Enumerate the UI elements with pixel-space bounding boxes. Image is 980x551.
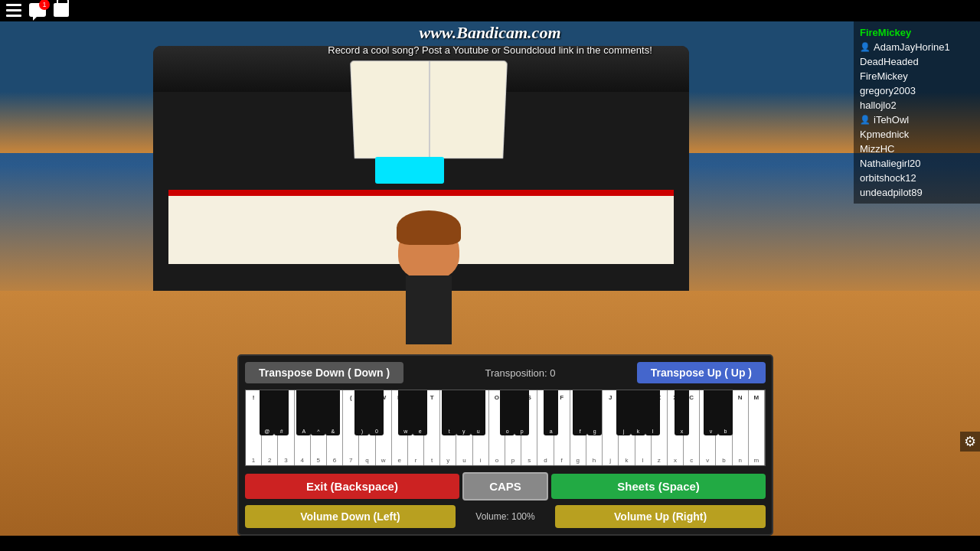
piano-red-stripe <box>168 190 674 196</box>
white-key[interactable]: Ww <box>376 390 392 465</box>
player-list: FireMickey 👤 AdamJayHorine1 DeadHeaded F… <box>854 21 980 204</box>
white-key[interactable]: Pp <box>505 390 521 465</box>
key-top-label: D <box>544 394 548 401</box>
key-bottom-label: x <box>674 457 677 464</box>
key-bottom-label: 5 <box>317 457 320 464</box>
white-key[interactable]: Bb <box>716 390 732 465</box>
white-key[interactable]: Oo <box>489 390 505 465</box>
key-bottom-label: p <box>511 457 514 464</box>
player-entry: 👤 iTehOwl <box>854 112 980 127</box>
white-key[interactable]: *6 <box>327 390 343 465</box>
volume-up-button[interactable]: Volume Up (Right) <box>555 505 766 528</box>
sheets-button[interactable]: Sheets (Space) <box>551 474 766 499</box>
white-key[interactable]: (7 <box>343 390 359 465</box>
piano-keys-display: !1@2$3%4^5*6(7QqWwEeRrTtYyUuIiOoPpSsDdFf… <box>245 390 766 466</box>
key-bottom-label: m <box>754 457 760 464</box>
key-top-label: V <box>706 394 710 401</box>
key-top-label: K <box>625 394 629 401</box>
key-bottom-label: y <box>446 457 449 464</box>
white-key[interactable]: Gg <box>570 390 586 465</box>
key-top-label: % <box>299 394 305 401</box>
key-bottom-label: o <box>495 457 498 464</box>
white-key[interactable]: Uu <box>456 390 472 465</box>
key-top-label: Y <box>446 394 450 401</box>
white-key[interactable]: Ii <box>473 390 489 465</box>
transpose-down-button[interactable]: Transpose Down ( Down ) <box>245 362 403 383</box>
volume-down-button[interactable]: Volume Down (Left) <box>245 505 456 528</box>
key-top-label: E <box>397 394 401 401</box>
player-entry: gregory2003 <box>854 83 980 98</box>
white-key[interactable]: Ll <box>635 390 652 465</box>
white-key[interactable]: Yy <box>440 390 456 465</box>
key-bottom-label: e <box>398 457 401 464</box>
player-name: Nathaliegirl20 <box>860 158 921 169</box>
key-top-label: G <box>576 394 580 401</box>
key-bottom-label: g <box>577 457 580 464</box>
key-top-label: H <box>592 394 596 401</box>
key-bottom-label: n <box>738 457 741 464</box>
key-top-label: C <box>689 394 694 401</box>
white-keys-container: !1@2$3%4^5*6(7QqWwEeRrTtYyUuIiOoPpSsDdFf… <box>246 390 765 465</box>
key-top-label: X <box>673 394 677 401</box>
white-key[interactable]: Dd <box>537 390 554 465</box>
transpose-up-button[interactable]: Transpose Up ( Up ) <box>637 362 766 383</box>
settings-icon[interactable]: ⚙ <box>960 432 980 452</box>
key-top-label: ^ <box>317 394 321 401</box>
player-badge-icon: 👤 <box>860 42 871 52</box>
white-key[interactable]: Ee <box>392 390 408 465</box>
white-key[interactable]: Rr <box>408 390 424 465</box>
bottom-buttons: Exit (Backspace) CAPS Sheets (Space) <box>245 472 766 500</box>
transposition-label: Transposition: 0 <box>485 367 555 379</box>
key-top-label: ! <box>253 394 255 401</box>
key-bottom-label: b <box>722 457 725 464</box>
white-key[interactable]: Vv <box>700 390 716 465</box>
key-top-label: W <box>381 394 387 401</box>
white-key[interactable]: Qq <box>359 390 375 465</box>
white-key[interactable]: Nn <box>733 390 749 465</box>
white-key[interactable]: @2 <box>262 390 278 465</box>
white-key[interactable]: !1 <box>246 390 262 465</box>
key-bottom-label: s <box>528 457 531 464</box>
player-entry: orbitshock12 <box>854 171 980 185</box>
bag-icon[interactable] <box>54 3 69 17</box>
key-bottom-label: u <box>462 457 466 464</box>
key-top-label: * <box>333 394 335 401</box>
bandicam-watermark: www.Bandicam.com <box>420 23 561 43</box>
player-badge-icon: 👤 <box>860 115 871 125</box>
player-name: DeadHeaded <box>860 56 919 67</box>
white-key[interactable]: $3 <box>278 390 294 465</box>
key-top-label: I <box>480 394 482 401</box>
player-self: FireMickey <box>854 25 980 40</box>
cyan-indicator <box>375 157 444 184</box>
white-key[interactable]: Ff <box>554 390 570 465</box>
player-entry: DeadHeaded <box>854 54 980 69</box>
white-key[interactable]: Jj <box>603 390 619 465</box>
chat-badge: 1 <box>39 0 50 10</box>
key-bottom-label: l <box>642 457 644 464</box>
player-name: FireMickey <box>860 70 908 82</box>
key-bottom-label: w <box>381 457 386 464</box>
white-key[interactable]: Ss <box>521 390 537 465</box>
bandicam-sub: Record a cool song? Post a Youtube or So… <box>328 44 652 56</box>
character <box>383 222 475 344</box>
player-name: Kpmednick <box>860 129 909 140</box>
character-body <box>406 276 452 344</box>
menu-icon[interactable] <box>6 4 21 17</box>
white-key[interactable]: Cc <box>684 390 700 465</box>
white-key[interactable]: ^5 <box>311 390 327 465</box>
white-key[interactable]: Xx <box>668 390 684 465</box>
white-key[interactable]: Mm <box>749 390 765 465</box>
white-key[interactable]: Hh <box>586 390 603 465</box>
white-key[interactable]: Zz <box>652 390 668 465</box>
key-bottom-label: t <box>431 457 433 464</box>
caps-button[interactable]: CAPS <box>462 472 548 500</box>
exit-button[interactable]: Exit (Backspace) <box>245 474 459 499</box>
player-entry: MizzHC <box>854 142 980 156</box>
roblox-icons: 1 <box>6 3 69 17</box>
key-bottom-label: f <box>561 457 563 464</box>
white-key[interactable]: Tt <box>424 390 440 465</box>
key-top-label: B <box>722 394 727 401</box>
white-key[interactable]: Kk <box>619 390 635 465</box>
white-key[interactable]: %4 <box>295 390 311 465</box>
key-bottom-label: c <box>690 457 693 464</box>
